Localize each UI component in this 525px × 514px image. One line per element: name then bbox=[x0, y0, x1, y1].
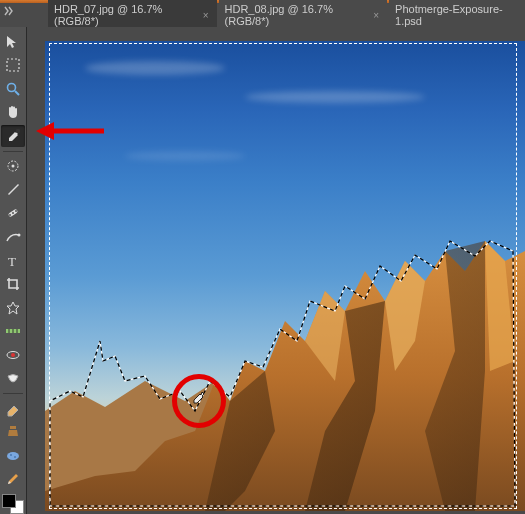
type-tool[interactable]: T bbox=[1, 250, 25, 272]
brush-tool[interactable] bbox=[1, 179, 25, 201]
zoom-tool[interactable] bbox=[1, 78, 25, 100]
color-swatches[interactable] bbox=[2, 494, 24, 514]
straighten-tool[interactable] bbox=[1, 320, 25, 342]
document-canvas[interactable] bbox=[45, 41, 525, 511]
svg-line-2 bbox=[15, 91, 19, 95]
svg-point-8 bbox=[12, 212, 14, 214]
close-icon[interactable]: × bbox=[371, 10, 381, 21]
hand-tool[interactable] bbox=[1, 102, 25, 124]
document-tab[interactable]: Photmerge-Exposure-1.psd bbox=[389, 0, 525, 30]
tools-toolbar: T bbox=[0, 27, 27, 514]
document-tab[interactable]: HDR_08.jpg @ 16.7% (RGB/8*) × bbox=[219, 0, 388, 30]
tab-label: HDR_07.jpg @ 16.7% (RGB/8*) bbox=[54, 3, 197, 27]
svg-point-10 bbox=[18, 234, 21, 237]
svg-point-19 bbox=[7, 452, 19, 460]
sponge-tool[interactable] bbox=[1, 445, 25, 467]
document-tab-bar: HDR_07.jpg @ 16.7% (RGB/8*) × HDR_08.jpg… bbox=[0, 3, 525, 27]
svg-point-9 bbox=[15, 210, 17, 212]
patch-tool[interactable] bbox=[1, 226, 25, 248]
image-rocks-region bbox=[45, 231, 525, 511]
toolbar-divider bbox=[3, 393, 23, 394]
image-cloud bbox=[245, 91, 425, 103]
image-cloud bbox=[125, 151, 245, 161]
svg-point-17 bbox=[11, 353, 15, 357]
clone-stamp-tool[interactable] bbox=[1, 422, 25, 444]
toolbar-divider bbox=[3, 151, 23, 152]
eraser-tool[interactable] bbox=[1, 398, 25, 420]
svg-rect-18 bbox=[10, 426, 16, 429]
spot-heal-tool[interactable] bbox=[1, 203, 25, 225]
whiten-teeth-tool[interactable] bbox=[1, 368, 25, 390]
svg-point-20 bbox=[10, 454, 12, 456]
svg-point-1 bbox=[8, 83, 16, 91]
foreground-color-swatch[interactable] bbox=[2, 494, 16, 508]
svg-point-21 bbox=[14, 456, 16, 458]
eyedropper-tool[interactable] bbox=[1, 125, 25, 147]
tab-label: Photmerge-Exposure-1.psd bbox=[395, 3, 519, 27]
crop-tool[interactable] bbox=[1, 273, 25, 295]
svg-rect-3 bbox=[16, 129, 20, 133]
move-tool[interactable] bbox=[1, 31, 25, 53]
cookie-cutter-tool[interactable] bbox=[1, 297, 25, 319]
image-cloud bbox=[85, 61, 225, 75]
svg-point-7 bbox=[9, 214, 11, 216]
pencil-tool[interactable] bbox=[1, 469, 25, 491]
svg-rect-0 bbox=[7, 59, 19, 71]
quick-selection-tool[interactable] bbox=[1, 156, 25, 178]
svg-point-5 bbox=[12, 165, 15, 168]
marquee-tool[interactable] bbox=[1, 55, 25, 77]
close-icon[interactable]: × bbox=[201, 10, 211, 21]
canvas-area bbox=[27, 27, 525, 514]
expand-panels-button[interactable] bbox=[4, 6, 16, 18]
svg-text:T: T bbox=[8, 254, 16, 269]
red-eye-tool[interactable] bbox=[1, 344, 25, 366]
tab-label: HDR_08.jpg @ 16.7% (RGB/8*) bbox=[225, 3, 368, 27]
document-tab[interactable]: HDR_07.jpg @ 16.7% (RGB/8*) × bbox=[48, 0, 217, 30]
